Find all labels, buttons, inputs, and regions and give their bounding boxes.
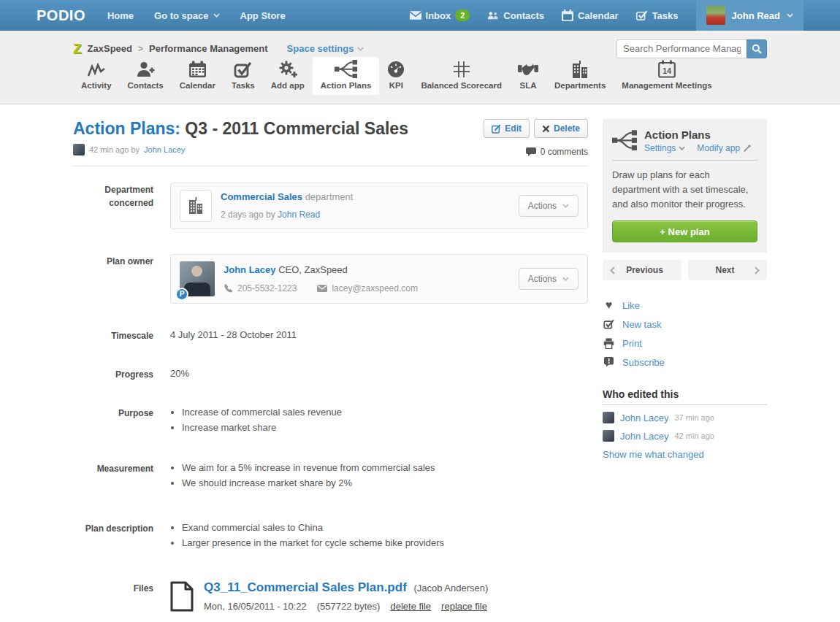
chevron-down-icon xyxy=(357,47,364,51)
tab-kpi[interactable]: KPI xyxy=(379,57,413,95)
field-plan-owner: Plan owner P John Lacey CEO, ZaxSpeed 20… xyxy=(73,254,588,304)
chevron-down-icon xyxy=(562,277,569,281)
gauge-icon xyxy=(387,61,405,78)
previous-button[interactable]: Previous xyxy=(603,260,681,280)
svg-text:14: 14 xyxy=(663,66,672,75)
tab-management-meetings[interactable]: 14 Management Meetings xyxy=(614,57,719,95)
field-purpose: Purpose Increase of commercial sales rev… xyxy=(73,406,588,437)
chevron-down-icon xyxy=(679,146,685,150)
delete-file-link[interactable]: delete file xyxy=(390,600,431,613)
tab-action-plans[interactable]: Action Plans xyxy=(313,57,380,95)
space-header: Z ZaxSpeed > Performance Management Spac… xyxy=(0,31,840,104)
grid-icon xyxy=(453,61,470,78)
calendar-icon xyxy=(188,61,207,78)
tab-balanced-scorecard[interactable]: Balanced Scorecard xyxy=(413,57,510,95)
nav-go-to-space[interactable]: Go to space xyxy=(154,10,219,21)
editor-avatar xyxy=(603,412,614,423)
calendar-icon xyxy=(562,9,573,21)
owner-phone: 205-5532-1223 xyxy=(237,282,297,295)
topbar: PODIO Home Go to space App Store Inbox 2… xyxy=(0,0,840,31)
department-link[interactable]: Commercial Sales xyxy=(221,191,302,202)
tab-contacts[interactable]: Contacts xyxy=(120,57,172,95)
gear-add-icon xyxy=(278,60,297,78)
buildings-icon xyxy=(570,61,589,78)
org-logo[interactable]: Z xyxy=(73,41,82,57)
nav-contacts[interactable]: Contacts xyxy=(487,9,544,21)
editor-avatar xyxy=(603,430,614,442)
file-uploader: (Jacob Andersen) xyxy=(413,583,488,594)
user-avatar xyxy=(706,6,725,25)
space-settings-link[interactable]: Space settings xyxy=(287,43,364,54)
replace-file-link[interactable]: replace file xyxy=(441,600,487,613)
editor-link[interactable]: John Lacey xyxy=(620,412,669,423)
tab-sla[interactable]: SLA xyxy=(510,57,546,95)
tab-add-app[interactable]: Add app xyxy=(263,57,313,95)
next-button[interactable]: Next xyxy=(688,260,767,280)
new-task-link[interactable]: New task xyxy=(622,319,661,330)
nav-tasks[interactable]: Tasks xyxy=(636,9,679,21)
tasks-check-icon xyxy=(636,9,648,21)
activity-icon xyxy=(87,61,106,78)
search-input[interactable] xyxy=(616,39,747,58)
contacts-icon xyxy=(487,9,499,21)
plan-owner-card[interactable]: P John Lacey CEO, ZaxSpeed 205-5532-1223… xyxy=(170,254,588,304)
owner-avatar: P xyxy=(180,261,215,296)
show-changes-link[interactable]: Show me what changed xyxy=(603,449,704,460)
file-date: Mon, 16/05/2011 - 10:22 xyxy=(204,600,307,613)
byline-avatar xyxy=(73,144,85,156)
owner-actions-button[interactable]: Actions xyxy=(519,268,579,290)
file-attachment: Q3_11_Commercial Sales Plan.pdf (Jacob A… xyxy=(170,581,588,613)
contact-add-icon xyxy=(136,61,155,78)
progress-value: 20% xyxy=(170,367,588,381)
tab-tasks[interactable]: Tasks xyxy=(224,57,263,95)
app-name-prefix[interactable]: Action Plans: xyxy=(73,119,180,138)
subscribe-bubble-icon xyxy=(603,357,615,367)
search-button[interactable] xyxy=(747,39,767,58)
comments-count[interactable]: 0 comments xyxy=(484,147,588,157)
chevron-left-icon xyxy=(610,266,615,274)
branch-icon xyxy=(612,130,637,150)
editor-link[interactable]: John Lacey xyxy=(620,431,669,442)
department-actions-button[interactable]: Actions xyxy=(519,195,579,217)
nav-home[interactable]: Home xyxy=(107,10,134,21)
chevron-right-icon xyxy=(755,266,760,274)
edit-entry: John Lacey 42 min ago xyxy=(603,430,767,442)
delete-button[interactable]: Delete xyxy=(534,119,588,138)
user-menu[interactable]: John Read xyxy=(696,0,803,31)
app-panel-title: Action Plans xyxy=(644,128,751,141)
like-link[interactable]: Like xyxy=(622,300,640,311)
tasks-check-icon xyxy=(234,61,252,78)
field-measurement: Measurement We aim for a 5% increase in … xyxy=(73,461,588,492)
subscribe-link[interactable]: Subscribe xyxy=(622,357,665,368)
department-meta-user-link[interactable]: John Read xyxy=(278,210,320,220)
breadcrumb-space[interactable]: Performance Management xyxy=(149,43,268,54)
sidebar: Action Plans Settings Modify app Draw up… xyxy=(603,119,767,622)
tab-departments[interactable]: Departments xyxy=(546,57,614,95)
field-timescale: Timescale 4 July 2011 - 28 October 2011 xyxy=(73,329,588,342)
envelope-icon xyxy=(317,285,327,292)
print-link[interactable]: Print xyxy=(622,338,642,349)
nav-calendar[interactable]: Calendar xyxy=(562,9,619,21)
breadcrumb-org[interactable]: ZaxSpeed xyxy=(88,43,132,54)
owner-link[interactable]: John Lacey xyxy=(224,264,276,275)
byline-user-link[interactable]: John Lacey xyxy=(144,145,185,154)
tab-activity[interactable]: Activity xyxy=(73,57,120,95)
file-link[interactable]: Q3_11_Commercial Sales Plan.pdf xyxy=(204,580,407,594)
field-plan-description: Plan description Exand commercial sales … xyxy=(73,521,588,552)
department-card[interactable]: Commercial Sales department 2 days ago b… xyxy=(170,183,588,229)
measurement-item: We aim for a 5% increase in revenue from… xyxy=(182,461,588,475)
edit-button[interactable]: Edit xyxy=(484,119,530,138)
app-settings-link[interactable]: Settings xyxy=(644,143,685,153)
close-x-icon xyxy=(542,125,550,133)
app-panel: Action Plans Settings Modify app Draw up… xyxy=(603,119,767,253)
breadcrumb: Z ZaxSpeed > Performance Management Spac… xyxy=(73,41,364,57)
nav-inbox[interactable]: Inbox 2 xyxy=(410,9,470,21)
branch-icon xyxy=(335,60,357,78)
modify-app-link[interactable]: Modify app xyxy=(697,143,751,153)
tab-calendar[interactable]: Calendar xyxy=(172,57,224,95)
nav-app-store[interactable]: App Store xyxy=(240,10,286,21)
task-check-icon xyxy=(603,319,615,329)
new-plan-button[interactable]: + New plan xyxy=(612,220,757,242)
podio-logo[interactable]: PODIO xyxy=(37,7,85,24)
owner-email-link[interactable]: lacey@zaxspeed.com xyxy=(332,282,418,295)
